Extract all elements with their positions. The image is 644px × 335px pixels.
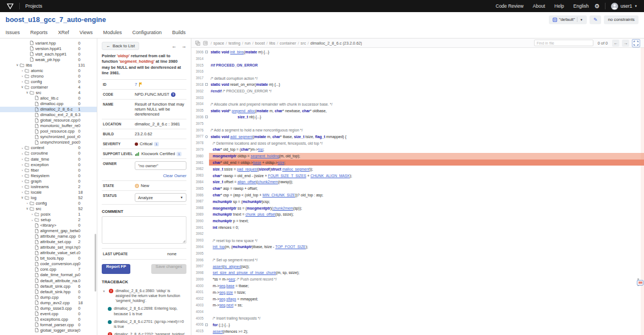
path-segment[interactable]: space — [213, 41, 224, 46]
path-segment[interactable]: testing — [229, 41, 241, 46]
tab-builds[interactable]: Builds — [172, 30, 186, 35]
tree-item[interactable]: ›atomic0 — [0, 68, 97, 73]
tree-item[interactable]: dlmalloc.cpp0 — [0, 101, 97, 107]
traceback-item[interactable]: dlmalloc_2_8_6.c:2698: Entering loop, be… — [102, 305, 186, 317]
find-in-file-input[interactable] — [534, 40, 593, 46]
tree-item[interactable]: synchronized_pool_re...0 — [0, 134, 97, 140]
fold-toggle[interactable] — [203, 321, 209, 328]
nav-projects[interactable]: Projects — [25, 3, 42, 9]
chevron-right-icon[interactable]: › — [20, 179, 25, 183]
tree-item[interactable]: alignment_gap_betwe...0 — [0, 228, 97, 234]
issue-id-link[interactable]: 7 — [135, 82, 137, 87]
next-issue-button[interactable]: → — [181, 43, 186, 49]
code-symbol-link[interactable]: seg — [219, 303, 225, 307]
chevron-right-icon[interactable]: › — [30, 218, 35, 222]
status-select[interactable]: Analyze▼ — [135, 193, 186, 202]
tree-item[interactable]: ›fiber0 — [0, 167, 97, 173]
fold-toggle[interactable] — [203, 81, 209, 88]
tree-item[interactable]: ›iostreams2 — [0, 184, 97, 189]
tree-item[interactable]: ∨container4 — [0, 84, 97, 90]
code-symbol-link[interactable]: assert — [213, 329, 223, 333]
chevron-right-icon[interactable]: › — [20, 190, 25, 194]
chevron-right-icon[interactable]: › — [20, 74, 25, 78]
code-symbol-link[interactable]: pad_request — [237, 167, 258, 171]
tree-item[interactable]: attribute_name.cpp0 — [0, 234, 97, 239]
find-next-button[interactable]: → — [622, 40, 629, 47]
view-selector-button[interactable]: "default" ▼ — [549, 15, 587, 24]
code-symbol-link[interactable]: MIN_CHUNK_SIZE — [262, 193, 295, 197]
code-symbol-link[interactable]: FOUR_SIZE_T_SIZES — [268, 174, 306, 178]
nav-english[interactable]: English — [574, 3, 589, 9]
nav-about[interactable]: About — [533, 3, 545, 9]
tree-item[interactable]: core.cpp7 — [0, 267, 97, 272]
tree-item[interactable]: version.hpp#10 — [0, 46, 97, 51]
code-symbol-link[interactable]: chunk2mem — [273, 206, 293, 210]
fold-icon[interactable] — [205, 51, 208, 53]
chevron-right-icon[interactable]: › — [25, 201, 30, 205]
chevron-down-icon[interactable]: ∨ — [20, 196, 25, 199]
chevron-down-icon[interactable]: ∨ — [20, 85, 25, 89]
code-symbol-link[interactable]: init_bins — [230, 50, 244, 54]
info-icon[interactable]: ? — [171, 92, 175, 97]
code-symbol-link[interactable]: assert — [213, 265, 223, 268]
tree-item[interactable]: event.cpp0 — [0, 311, 97, 316]
tree-item[interactable]: dump_ssse3.cpp0 — [0, 305, 97, 311]
tree-item[interactable]: alloc_lib.c0 — [0, 95, 97, 101]
code-symbol-link[interactable]: size — [278, 161, 284, 164]
tree-item[interactable]: format_parser.cpp0 — [0, 322, 97, 327]
tree-item[interactable]: global_resource.cpp0 — [0, 118, 97, 123]
tree-item[interactable]: weak_ptr.hpp0 — [0, 57, 97, 62]
windows-icon[interactable] — [195, 41, 200, 46]
chevron-right-icon[interactable]: › — [20, 185, 25, 188]
constraints-button[interactable]: no constraints — [604, 15, 639, 24]
code-symbol-link[interactable]: sflags — [227, 297, 236, 301]
tree-item[interactable]: visit_each.hpp#10 — [0, 51, 97, 57]
fold-icon[interactable] — [205, 116, 208, 118]
flag-icon[interactable] — [139, 82, 142, 87]
tree-item[interactable]: attribute_set_impl.hpp0 — [0, 245, 97, 250]
tree-item[interactable]: variant.hpp0 — [0, 40, 97, 46]
tree-item[interactable]: ›posix1 — [0, 211, 97, 217]
tree-item[interactable]: ›exception0 — [0, 162, 97, 167]
tree-item[interactable]: ›date_time0 — [0, 156, 97, 162]
traceback-item[interactable]: !dlmalloc_2_8_6.c:2702: 'segment_holding… — [102, 331, 186, 335]
tree-item[interactable]: ∨src52 — [0, 206, 97, 211]
chevron-right-icon[interactable]: › — [20, 146, 25, 150]
tree-item[interactable]: dump_avx2.cpp18 — [0, 300, 97, 305]
tree-item[interactable]: monotonic_buffer_res...0 — [0, 123, 97, 129]
tree-item[interactable]: ›chrono0 — [0, 73, 97, 79]
copy-path-icon[interactable] — [203, 41, 208, 46]
fold-toggle[interactable] — [203, 49, 209, 56]
code-symbol-link[interactable]: set_size_and_pinuse_of_inuse_chunk — [213, 271, 276, 274]
tree-item[interactable]: dlmalloc_ext_2_8_6.c3 — [0, 112, 97, 118]
path-segment[interactable]: container — [280, 41, 296, 46]
user-menu[interactable]: user1 ▼ — [611, 3, 637, 10]
tree-item[interactable]: ›config0 — [0, 200, 97, 206]
tree-item[interactable]: default_sink.cpp6 — [0, 283, 97, 289]
path-segment[interactable]: src — [301, 41, 306, 46]
tree-item-selected[interactable]: dlmalloc_2_8_6.c1 — [0, 107, 97, 112]
chevron-down-icon[interactable]: ∨ — [25, 91, 30, 94]
tree-item[interactable]: exceptions.cpp0 — [0, 316, 97, 322]
tab-issues[interactable]: Issues — [5, 30, 20, 35]
path-segment[interactable]: run — [245, 41, 251, 46]
code-symbol-link[interactable]: malloc_segment — [282, 167, 310, 171]
path-segment[interactable]: boost — [255, 41, 265, 46]
chevron-right-icon[interactable]: › — [20, 152, 25, 155]
chevron-right-icon[interactable]: › — [30, 212, 35, 216]
tree-scrollbar[interactable] — [95, 234, 96, 292]
tree-item[interactable]: pool_resource.cpp0 — [0, 129, 97, 134]
code-symbol-link[interactable]: align_offset — [238, 180, 257, 184]
save-changes-button[interactable]: Save changes — [151, 264, 186, 274]
chevron-down-icon[interactable]: ∨ — [103, 288, 107, 304]
code-symbol-link[interactable]: base — [227, 284, 235, 288]
code-symbol-link[interactable]: prepend_alloc — [232, 109, 255, 113]
tree-item[interactable]: ›locale18 — [0, 189, 97, 195]
code-symbol-link[interactable]: top — [258, 147, 263, 151]
tree-item[interactable]: attribute_value_set.cpp0 — [0, 250, 97, 256]
comment-textarea[interactable] — [102, 216, 186, 244]
code-symbol-link[interactable]: chunk2mem — [258, 180, 278, 184]
code-symbol-link[interactable]: chunk_plus_offset — [245, 212, 276, 216]
code-symbol-link[interactable]: CHUNK_ALIGN_MASK — [311, 174, 350, 178]
tree-item[interactable]: attribute_set.cpp2 — [0, 239, 97, 245]
